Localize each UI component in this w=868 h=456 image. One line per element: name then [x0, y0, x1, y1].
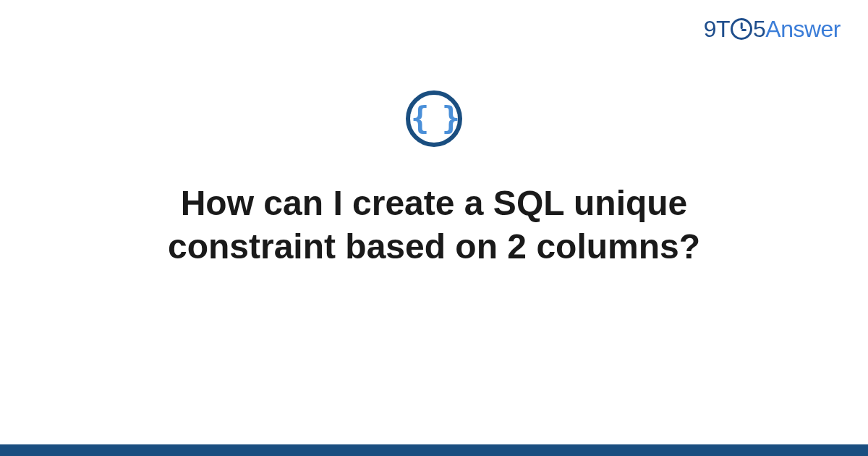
- question-title: How can I create a SQL unique constraint…: [101, 182, 767, 269]
- logo-text-5: 5: [753, 16, 765, 42]
- clock-icon: [731, 18, 752, 40]
- code-braces-icon: { }: [411, 104, 457, 134]
- footer-accent-bar: [0, 444, 868, 456]
- logo-text-answer: Answer: [765, 16, 841, 42]
- category-badge: { }: [406, 90, 462, 147]
- main-content: { } How can I create a SQL unique constr…: [0, 90, 868, 269]
- logo-text-9t: 9T: [704, 16, 730, 42]
- site-header: 9T5Answer: [704, 16, 841, 43]
- site-logo[interactable]: 9T5Answer: [704, 16, 841, 43]
